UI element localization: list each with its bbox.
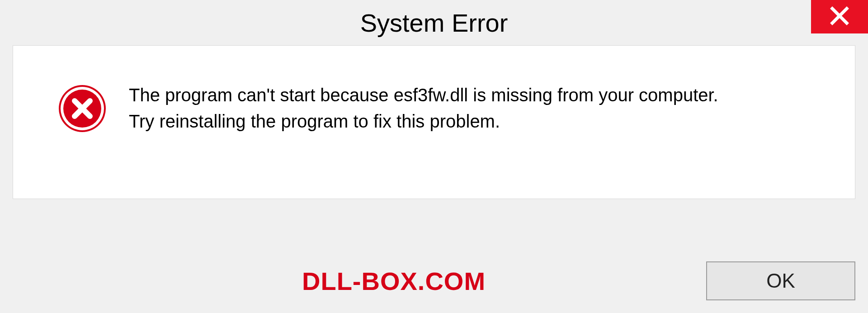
error-icon	[58, 85, 106, 133]
error-message-line1: The program can't start because esf3fw.d…	[129, 82, 718, 108]
close-button[interactable]	[811, 0, 868, 33]
error-message-line2: Try reinstalling the program to fix this…	[129, 108, 718, 134]
dialog-footer: DLL-BOX.COM OK	[13, 261, 855, 300]
ok-button[interactable]: OK	[706, 261, 855, 300]
error-message: The program can't start because esf3fw.d…	[129, 82, 718, 134]
dialog-content: The program can't start because esf3fw.d…	[13, 45, 855, 199]
brand-watermark: DLL-BOX.COM	[13, 266, 486, 296]
close-icon	[830, 6, 849, 28]
titlebar: System Error	[0, 0, 868, 45]
window-title: System Error	[360, 8, 508, 38]
